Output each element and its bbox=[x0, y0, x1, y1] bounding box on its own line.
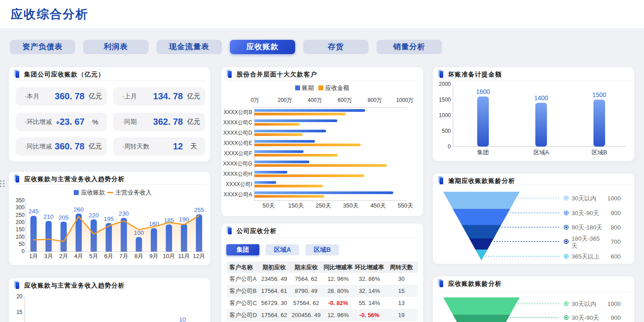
svg-text:1500: 1500 bbox=[439, 97, 451, 103]
svg-text:30天以内: 30天以内 bbox=[572, 195, 597, 202]
svg-text:应收账款: 应收账款 bbox=[81, 189, 106, 196]
svg-text:2000: 2000 bbox=[439, 81, 451, 87]
svg-text:XXXX公司B: XXXX公司B bbox=[224, 109, 252, 115]
svg-text:12月: 12月 bbox=[193, 253, 205, 259]
svg-text:500: 500 bbox=[442, 128, 451, 134]
svg-text:XXXX公司I: XXXX公司I bbox=[226, 181, 252, 187]
svg-text:XXXX公司D: XXXX公司D bbox=[223, 130, 252, 136]
svg-text:0万: 0万 bbox=[251, 97, 259, 103]
svg-text:50: 50 bbox=[19, 241, 25, 247]
svg-text:10: 10 bbox=[179, 316, 186, 322]
svg-text:600: 600 bbox=[610, 253, 621, 260]
svg-text:7月: 7月 bbox=[119, 253, 128, 259]
svg-text:10月: 10月 bbox=[163, 253, 175, 259]
svg-text:8月: 8月 bbox=[134, 253, 143, 259]
svg-text:主营业务收入: 主营业务收入 bbox=[115, 189, 152, 196]
svg-text:205: 205 bbox=[59, 214, 69, 221]
svg-text:6月: 6月 bbox=[104, 253, 113, 259]
svg-text:天: 天 bbox=[572, 242, 578, 249]
svg-text:1600: 1600 bbox=[476, 88, 490, 95]
svg-text:100: 100 bbox=[16, 234, 25, 240]
svg-text:1000: 1000 bbox=[607, 195, 621, 202]
svg-text:50天: 50天 bbox=[263, 202, 275, 209]
svg-text:0: 0 bbox=[448, 144, 451, 150]
svg-text:1000万: 1000万 bbox=[396, 97, 414, 103]
svg-text:区域B: 区域B bbox=[592, 149, 607, 156]
svg-text:XXXX公司H: XXXX公司H bbox=[223, 171, 252, 177]
svg-text:应收金额: 应收金额 bbox=[325, 85, 349, 91]
svg-text:1500: 1500 bbox=[592, 91, 606, 98]
svg-text:11月: 11月 bbox=[178, 253, 190, 259]
svg-text:15: 15 bbox=[17, 309, 23, 315]
svg-text:0: 0 bbox=[21, 248, 25, 254]
svg-text:255: 255 bbox=[194, 207, 204, 213]
svg-text:400万: 400万 bbox=[308, 97, 322, 103]
svg-text:195: 195 bbox=[104, 216, 114, 222]
svg-text:XXXX公司A: XXXX公司A bbox=[224, 191, 252, 198]
svg-text:300: 300 bbox=[16, 204, 25, 211]
svg-text:450天: 450天 bbox=[370, 202, 386, 209]
svg-text:250天: 250天 bbox=[316, 202, 331, 209]
svg-text:集团: 集团 bbox=[477, 149, 489, 156]
svg-text:550天: 550天 bbox=[398, 202, 413, 209]
svg-text:1400: 1400 bbox=[534, 94, 548, 102]
svg-text:350天: 350天 bbox=[343, 202, 359, 209]
svg-text:700: 700 bbox=[610, 238, 621, 245]
svg-text:350: 350 bbox=[16, 197, 25, 203]
svg-text:800万: 800万 bbox=[368, 97, 382, 103]
svg-text:900: 900 bbox=[610, 210, 621, 216]
svg-text:30天-90天: 30天-90天 bbox=[572, 210, 599, 216]
svg-text:365天以上: 365天以上 bbox=[572, 253, 600, 260]
svg-text:90天-180天: 90天-180天 bbox=[572, 224, 602, 231]
svg-text:9月: 9月 bbox=[149, 253, 158, 259]
svg-text:200万: 200万 bbox=[278, 97, 292, 103]
svg-text:250: 250 bbox=[16, 212, 25, 218]
svg-text:260: 260 bbox=[74, 206, 84, 213]
svg-text:2月: 2月 bbox=[59, 253, 68, 259]
svg-text:210: 210 bbox=[43, 213, 54, 220]
svg-text:30天以内: 30天以内 bbox=[572, 301, 597, 307]
svg-text:600万: 600万 bbox=[338, 97, 352, 103]
svg-text:4月: 4月 bbox=[74, 253, 83, 259]
svg-text:100: 100 bbox=[134, 229, 144, 236]
svg-text:180天-365: 180天-365 bbox=[572, 235, 600, 242]
svg-text:账期: 账期 bbox=[302, 85, 314, 91]
svg-text:1000: 1000 bbox=[439, 112, 451, 119]
svg-text:900: 900 bbox=[610, 314, 621, 321]
svg-text:区域A: 区域A bbox=[534, 149, 549, 156]
svg-text:XXXX公司E: XXXX公司E bbox=[224, 140, 252, 146]
svg-text:230: 230 bbox=[119, 210, 129, 217]
svg-text:150天: 150天 bbox=[288, 202, 304, 209]
svg-text:3月: 3月 bbox=[44, 253, 53, 259]
svg-text:150: 150 bbox=[16, 226, 25, 233]
svg-text:800: 800 bbox=[610, 224, 621, 231]
svg-text:5月: 5月 bbox=[89, 253, 98, 259]
svg-text:220: 220 bbox=[89, 212, 99, 219]
svg-text:1月: 1月 bbox=[29, 253, 38, 259]
svg-text:1000: 1000 bbox=[607, 301, 621, 307]
svg-text:200: 200 bbox=[16, 219, 25, 225]
svg-text:30天-90天: 30天-90天 bbox=[572, 314, 599, 321]
svg-text:XXXX公司F: XXXX公司F bbox=[224, 150, 252, 157]
svg-text:XXXX公司C: XXXX公司C bbox=[223, 119, 252, 126]
svg-text:XXXX公司G: XXXX公司G bbox=[223, 161, 252, 167]
svg-text:245: 245 bbox=[29, 208, 39, 215]
svg-text:20: 20 bbox=[17, 293, 23, 300]
